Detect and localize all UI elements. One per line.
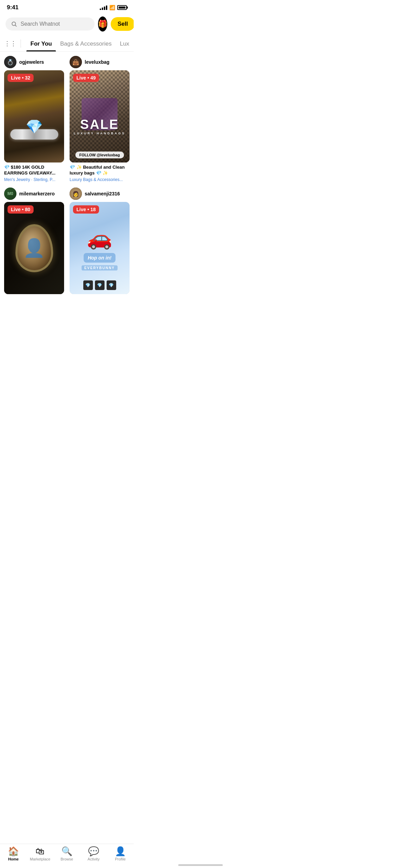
category-tabs: ⋮⋮ For You Bags & Accessories Luxury Bag… bbox=[0, 36, 134, 52]
live-grid: 💍 ogjewelers Live • 32 💎 $180 14K GOLD E… bbox=[0, 52, 134, 297]
avatar-leveluxbag: 👜 bbox=[70, 56, 82, 68]
search-wrapper[interactable] bbox=[5, 17, 95, 31]
username-ogjewelers: ogjewelers bbox=[19, 59, 44, 65]
card-info-salvamenji bbox=[70, 294, 130, 297]
live-card-salvamenji[interactable]: 👩 salvamenji2316 🚗 Hop on in! EVERYBUNNY… bbox=[70, 188, 130, 297]
card-image-ogjewelers: Live • 32 bbox=[4, 70, 64, 162]
battery-icon bbox=[117, 5, 127, 10]
gift-button[interactable]: 🎁 bbox=[98, 16, 107, 32]
card-header-salvamenji: 👩 salvamenji2316 bbox=[70, 188, 130, 200]
status-icons: 📶 bbox=[100, 5, 127, 10]
card-category-ogjewelers: Men's Jewelry · Sterling, P... bbox=[4, 177, 64, 182]
card-info-ogjewelers: 💎 $180 14K GOLD EARRINGS GIVEAWAY... Men… bbox=[4, 162, 64, 182]
status-time: 9:41 bbox=[7, 4, 19, 11]
tab-divider bbox=[21, 39, 21, 48]
live-badge-milemarkerzero: Live • 80 bbox=[8, 205, 34, 214]
signal-icon bbox=[100, 5, 107, 10]
card-image-leveluxbag: SALE LUXURY HANDBAGS Live • 49 FOLLOW @l… bbox=[70, 70, 130, 162]
content-area: 💍 ogjewelers Live • 32 💎 $180 14K GOLD E… bbox=[0, 52, 134, 328]
wifi-icon: 📶 bbox=[109, 5, 115, 10]
follow-badge-leveluxbag: FOLLOW @leveluxbag bbox=[75, 152, 124, 158]
search-icon bbox=[11, 21, 17, 27]
grid-icon[interactable]: ⋮⋮ bbox=[4, 40, 16, 47]
sell-button[interactable]: Sell bbox=[111, 17, 134, 31]
username-leveluxbag: leveluxbag bbox=[85, 59, 109, 65]
card-header-milemarkerzero: M0 milemarkerzero bbox=[4, 188, 64, 200]
card-info-leveluxbag: 💎 ✨ Beautiful and Clean luxury bags 💎 ✨ … bbox=[70, 162, 130, 182]
live-card-milemarkerzero[interactable]: M0 milemarkerzero 👤 Live • 80 bbox=[4, 188, 64, 297]
live-card-ogjewelers[interactable]: 💍 ogjewelers Live • 32 💎 $180 14K GOLD E… bbox=[4, 56, 64, 182]
username-salvamenji: salvamenji2316 bbox=[85, 191, 120, 196]
tab-for-you[interactable]: For You bbox=[26, 36, 56, 51]
live-badge-leveluxbag: Live • 49 bbox=[73, 74, 99, 82]
search-input[interactable] bbox=[21, 21, 89, 27]
search-row: 🎁 Sell bbox=[0, 14, 134, 36]
card-title-ogjewelers: 💎 $180 14K GOLD EARRINGS GIVEAWAY... bbox=[4, 165, 64, 176]
card-header-leveluxbag: 👜 leveluxbag bbox=[70, 56, 130, 68]
live-badge-ogjewelers: Live • 32 bbox=[8, 74, 34, 82]
tab-luxury-bags[interactable]: Luxury Bags bbox=[116, 36, 130, 51]
card-header-ogjewelers: 💍 ogjewelers bbox=[4, 56, 64, 68]
avatar-ogjewelers: 💍 bbox=[4, 56, 16, 68]
tabs-overflow: For You Bags & Accessories Luxury Bags bbox=[26, 36, 130, 51]
avatar-salvamenji: 👩 bbox=[70, 188, 82, 200]
gift-icon: 🎁 bbox=[98, 20, 107, 28]
username-milemarkerzero: milemarkerzero bbox=[19, 191, 55, 196]
avatar-milemarkerzero: M0 bbox=[4, 188, 16, 200]
live-badge-salvamenji: Live • 18 bbox=[73, 205, 99, 214]
card-title-leveluxbag: 💎 ✨ Beautiful and Clean luxury bags 💎 ✨ bbox=[70, 165, 130, 176]
live-card-leveluxbag[interactable]: 👜 leveluxbag SALE LUXURY HANDBAGS bbox=[70, 56, 130, 182]
card-category-leveluxbag: Luxury Bags & Accessories... bbox=[70, 177, 130, 182]
card-image-milemarkerzero: 👤 Live • 80 bbox=[4, 202, 64, 294]
card-image-salvamenji: 🚗 Hop on in! EVERYBUNNY 💎 💎 💎 Live • 18 bbox=[70, 202, 130, 294]
sale-text: SALE bbox=[70, 118, 130, 131]
status-bar: 9:41 📶 bbox=[0, 0, 134, 14]
svg-line-1 bbox=[15, 25, 16, 26]
sale-subtext: LUXURY HANDBAGS bbox=[70, 132, 130, 135]
tab-bags-accessories[interactable]: Bags & Accessories bbox=[56, 36, 116, 51]
card-info-milemarkerzero bbox=[4, 294, 64, 297]
